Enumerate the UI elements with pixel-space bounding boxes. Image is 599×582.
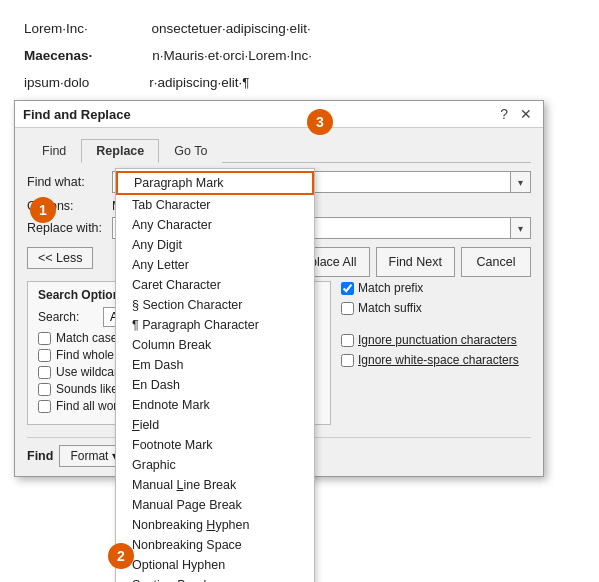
- dropdown-item-column-break[interactable]: Column Break: [116, 335, 314, 355]
- dropdown-item-graphic[interactable]: Graphic: [116, 455, 314, 475]
- dropdown-item-nonbreaking-space[interactable]: Nonbreaking Space: [116, 535, 314, 555]
- match-case-label: Match case: [56, 331, 117, 345]
- dropdown-item-any-digit[interactable]: Any Digit: [116, 235, 314, 255]
- match-prefix-row: Match prefix: [341, 281, 531, 295]
- ignore-space-row: Ignore white-space characters: [341, 353, 531, 367]
- tab-replace[interactable]: Replace: [81, 139, 159, 163]
- special-dropdown-menu: Paragraph Mark Tab Character Any Charact…: [115, 168, 315, 582]
- options-label: Options:: [27, 199, 112, 213]
- dropdown-item-manual-page-break[interactable]: Manual Page Break: [116, 495, 314, 515]
- sounds-like-checkbox[interactable]: [38, 383, 51, 396]
- search-row-label: Search:: [38, 310, 103, 324]
- dropdown-item-caret-character[interactable]: Caret Character: [116, 275, 314, 295]
- close-button[interactable]: ✕: [517, 106, 535, 122]
- right-column: Match prefix Match suffix Ignore punctua…: [341, 281, 531, 433]
- find-what-label: Find what:: [27, 175, 112, 189]
- dropdown-item-nonbreaking-hyphen[interactable]: Nonbreaking Hyphen: [116, 515, 314, 535]
- dropdown-item-section-break[interactable]: Section Break: [116, 575, 314, 582]
- use-wildcard-checkbox[interactable]: [38, 366, 51, 379]
- less-button[interactable]: << Less: [27, 247, 93, 269]
- match-prefix-checkbox[interactable]: [341, 282, 354, 295]
- match-suffix-label: Match suffix: [358, 301, 422, 315]
- dropdown-item-any-letter[interactable]: Any Letter: [116, 255, 314, 275]
- replace-with-label: Replace with:: [27, 221, 112, 235]
- replace-dropdown-arrow[interactable]: ▾: [511, 217, 531, 239]
- ignore-punct-row: Ignore punctuation characters: [341, 333, 531, 347]
- dropdown-item-endnote-mark[interactable]: Endnote Mark: [116, 395, 314, 415]
- dropdown-item-section-character[interactable]: § Section Character: [116, 295, 314, 315]
- cancel-button[interactable]: Cancel: [461, 247, 531, 277]
- dialog-title-icons: ? ✕: [497, 106, 535, 122]
- ignore-space-label: Ignore white-space characters: [358, 353, 519, 367]
- dropdown-item-em-dash[interactable]: Em Dash: [116, 355, 314, 375]
- dropdown-item-paragraph-character[interactable]: ¶ Paragraph Character: [116, 315, 314, 335]
- find-all-checkbox[interactable]: [38, 400, 51, 413]
- find-dropdown-arrow[interactable]: ▾: [511, 171, 531, 193]
- match-suffix-checkbox[interactable]: [341, 302, 354, 315]
- dropdown-item-footnote-mark[interactable]: Footnote Mark: [116, 435, 314, 455]
- dialog-title: Find and Replace: [23, 107, 131, 122]
- find-next-button[interactable]: Find Next: [376, 247, 456, 277]
- dropdown-item-manual-line-break[interactable]: Manual Line Break: [116, 475, 314, 495]
- ignore-space-checkbox[interactable]: [341, 354, 354, 367]
- dropdown-item-paragraph-mark[interactable]: Paragraph Mark: [116, 171, 314, 195]
- find-whole-checkbox[interactable]: [38, 349, 51, 362]
- dropdown-item-tab-character[interactable]: Tab Character: [116, 195, 314, 215]
- doc-line-3: ipsum·dolo r·adipiscing·elit·¶: [24, 72, 575, 95]
- find-footer-label: Find: [27, 449, 53, 463]
- match-suffix-row: Match suffix: [341, 301, 531, 315]
- dialog-title-bar: Find and Replace ? ✕: [15, 101, 543, 128]
- find-all-label: Find all word: [56, 399, 124, 413]
- dialog-tabs: Find Replace Go To: [27, 138, 531, 163]
- dropdown-item-field[interactable]: Field: [116, 415, 314, 435]
- doc-line-2: Maecenas· n·Mauris·et·orci·Lorem·Inc·: [24, 45, 575, 68]
- help-button[interactable]: ?: [497, 106, 511, 122]
- dropdown-item-optional-hyphen[interactable]: Optional Hyphen: [116, 555, 314, 575]
- match-case-checkbox[interactable]: [38, 332, 51, 345]
- tab-find[interactable]: Find: [27, 139, 81, 163]
- tab-goto[interactable]: Go To: [159, 139, 222, 163]
- dropdown-item-any-character[interactable]: Any Character: [116, 215, 314, 235]
- ignore-punct-label: Ignore punctuation characters: [358, 333, 517, 347]
- dropdown-item-en-dash[interactable]: En Dash: [116, 375, 314, 395]
- ignore-punct-checkbox[interactable]: [341, 334, 354, 347]
- doc-line-1: Lorem·Inc· onsectetuer·adipiscing·elit·: [24, 18, 575, 41]
- match-prefix-label: Match prefix: [358, 281, 423, 295]
